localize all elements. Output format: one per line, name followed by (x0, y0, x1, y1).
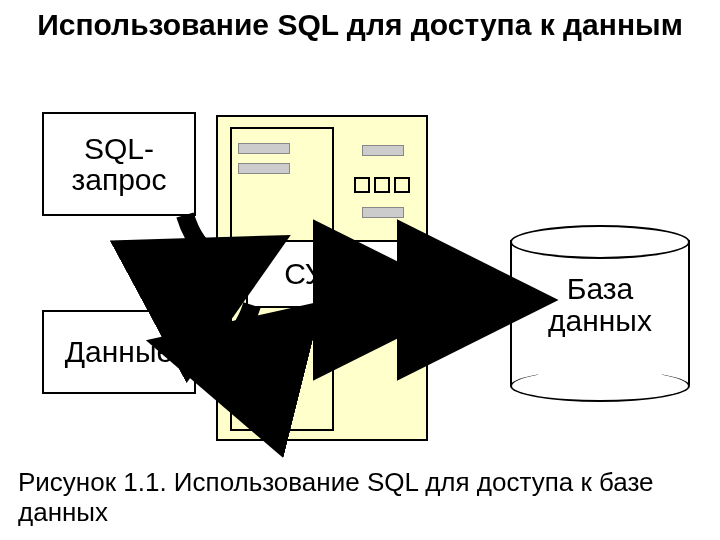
node-dbms: СУБД (246, 240, 402, 308)
node-data: Данные (42, 310, 196, 394)
figure-caption: Рисунок 1.1. Использование SQL для досту… (18, 468, 702, 528)
node-database: Базаданных (510, 225, 690, 400)
node-sql-query: SQL-запрос (42, 112, 196, 216)
node-dbms-label: СУБД (284, 258, 364, 290)
node-data-label: Данные (65, 336, 173, 368)
diagram-title: Использование SQL для доступа к данным (0, 8, 720, 43)
node-database-label: Базаданных (510, 273, 690, 336)
node-sql-query-label: SQL-запрос (71, 133, 166, 196)
